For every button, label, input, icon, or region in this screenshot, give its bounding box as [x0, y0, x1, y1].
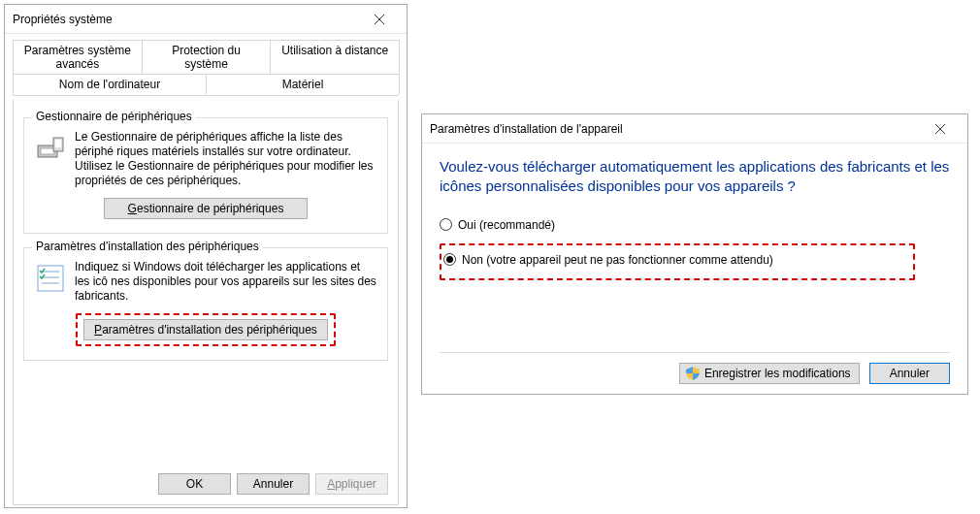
- dialog-footer: OK Annuler Appliquer: [158, 473, 388, 495]
- tab-hardware[interactable]: Matériel: [206, 74, 400, 95]
- radio-no[interactable]: Non (votre appareil peut ne pas fonction…: [443, 253, 905, 267]
- tab-remote[interactable]: Utilisation à distance: [270, 40, 400, 74]
- group-text: Indiquez si Windows doit télécharger les…: [75, 260, 377, 304]
- system-properties-window: Propriétés système Paramètres système av…: [4, 4, 408, 508]
- device-manager-button[interactable]: Gestionnaire de périphériques: [104, 198, 308, 219]
- tab-computer-name[interactable]: Nom de l'ordinateur: [13, 74, 207, 95]
- radio-yes[interactable]: Oui (recommandé): [440, 218, 950, 232]
- cancel-button[interactable]: Annuler: [869, 363, 950, 384]
- window-content: Voulez-vous télécharger automatiquement …: [422, 144, 967, 394]
- separator: [440, 352, 950, 353]
- radio-label: Non (votre appareil peut ne pas fonction…: [462, 253, 773, 267]
- titlebar: Propriétés système: [5, 5, 407, 34]
- highlight-annotation: Paramètres d'installation des périphériq…: [76, 313, 336, 346]
- checklist-icon: [34, 262, 67, 295]
- save-changes-button[interactable]: Enregistrer les modifications: [679, 363, 860, 384]
- apply-button: Appliquer: [315, 473, 388, 495]
- main-question: Voulez-vous télécharger automatiquement …: [440, 157, 950, 197]
- group-text: Le Gestionnaire de périphériques affiche…: [75, 130, 377, 188]
- tab-panel-hardware: Gestionnaire de périphériques Le Gestion…: [13, 100, 399, 505]
- dialog-footer: Enregistrer les modifications Annuler: [440, 363, 950, 384]
- device-manager-icon: [34, 132, 67, 165]
- close-button[interactable]: [360, 6, 399, 33]
- ok-button[interactable]: OK: [158, 473, 231, 495]
- tab-strip: Paramètres système avancés Protection du…: [13, 40, 399, 96]
- group-legend: Gestionnaire de périphériques: [32, 110, 196, 123]
- radio-icon: [440, 218, 452, 231]
- window-title: Paramètres d'installation de l'appareil: [430, 122, 921, 136]
- titlebar: Paramètres d'installation de l'appareil: [422, 114, 967, 144]
- svg-rect-5: [55, 140, 61, 147]
- group-legend: Paramètres d'installation des périphériq…: [32, 240, 263, 253]
- radio-label: Oui (recommandé): [458, 218, 555, 232]
- close-icon: [935, 124, 945, 134]
- tab-protection[interactable]: Protection du système: [142, 40, 272, 74]
- svg-rect-3: [41, 148, 54, 154]
- install-settings-button[interactable]: Paramètres d'installation des périphériq…: [83, 319, 328, 340]
- close-icon: [375, 15, 384, 24]
- shield-icon: [686, 367, 700, 380]
- tab-advanced[interactable]: Paramètres système avancés: [13, 40, 143, 74]
- device-install-settings-window: Paramètres d'installation de l'appareil …: [421, 113, 968, 395]
- window-content: Paramètres système avancés Protection du…: [5, 34, 407, 513]
- cancel-button[interactable]: Annuler: [237, 473, 310, 495]
- close-button[interactable]: [921, 115, 960, 143]
- group-device-manager: Gestionnaire de périphériques Le Gestion…: [23, 117, 388, 234]
- window-title: Propriétés système: [13, 13, 360, 26]
- radio-icon: [443, 253, 456, 266]
- group-install-settings: Paramètres d'installation des périphériq…: [23, 247, 388, 361]
- highlight-annotation: Non (votre appareil peut ne pas fonction…: [440, 243, 915, 280]
